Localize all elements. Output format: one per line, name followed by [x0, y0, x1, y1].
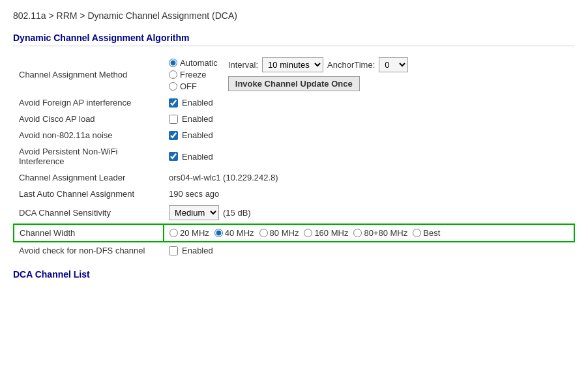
radio-40mhz[interactable]: [214, 229, 223, 237]
anchor-time-label: AnchorTime:: [327, 60, 375, 70]
avoid-non-dfs-text: Enabled: [182, 246, 213, 255]
last-auto-value: 190 secs ago: [164, 186, 574, 202]
radio-160mhz[interactable]: [304, 229, 312, 237]
avoid-noise-checkbox[interactable]: [169, 131, 178, 140]
radio-80plus80mhz[interactable]: [353, 229, 362, 237]
avoid-noise-text: Enabled: [182, 130, 213, 140]
label-80mhz: 80 MHz: [270, 228, 299, 238]
label-160mhz: 160 MHz: [314, 228, 348, 238]
radio-freeze[interactable]: [169, 70, 177, 79]
avoid-foreign-ap-text: Enabled: [182, 98, 213, 108]
label-best: Best: [423, 228, 440, 238]
channel-leader-value: ors04-wl-wlc1 (10.229.242.8): [164, 169, 574, 186]
avoid-foreign-ap-label: Avoid Foreign AP interference: [14, 94, 164, 111]
label-freeze: Freeze: [180, 70, 206, 80]
dca-sensitivity-select[interactable]: Low Medium High: [169, 205, 219, 220]
radio-20mhz[interactable]: [169, 229, 178, 237]
channel-leader-label: Channel Assignment Leader: [14, 169, 164, 186]
avoid-non-dfs-label: Avoid check for non-DFS channel: [14, 242, 164, 259]
radio-80mhz[interactable]: [259, 229, 268, 237]
avoid-noise-label: Avoid non-802.11a noise: [14, 127, 164, 143]
dca-sensitivity-label: DCA Channel Sensitivity: [14, 202, 164, 224]
label-20mhz: 20 MHz: [180, 228, 209, 238]
avoid-non-dfs-checkbox[interactable]: [169, 246, 178, 255]
avoid-persistent-checkbox[interactable]: [169, 152, 178, 161]
radio-automatic[interactable]: [169, 59, 177, 67]
avoid-cisco-ap-label: Avoid Cisco AP load: [14, 111, 164, 127]
label-off: OFF: [180, 81, 197, 91]
channel-assignment-method-label: Channel Assignment Method: [14, 54, 164, 94]
interval-select[interactable]: 10 minutes 5 minutes 30 minutes 1 hour: [262, 57, 323, 72]
radio-best[interactable]: [413, 229, 421, 237]
invoke-channel-update-button[interactable]: Invoke Channel Update Once: [228, 76, 360, 91]
dca-channel-list-title: DCA Channel List: [13, 269, 575, 280]
label-40mhz: 40 MHz: [225, 228, 254, 238]
label-automatic: Automatic: [180, 58, 218, 68]
anchor-time-select[interactable]: 0123 4567 891011: [379, 57, 408, 72]
avoid-persistent-label: Avoid Persistent Non-WiFi Interference: [14, 143, 164, 169]
radio-off[interactable]: [169, 82, 177, 91]
avoid-cisco-ap-checkbox[interactable]: [169, 115, 178, 124]
avoid-cisco-ap-text: Enabled: [182, 114, 213, 124]
last-auto-label: Last Auto Channel Assignment: [14, 186, 164, 202]
section-title: Dynamic Channel Assignment Algorithm: [13, 33, 575, 46]
avoid-foreign-ap-checkbox[interactable]: [169, 98, 178, 108]
breadcrumb: 802.11a > RRM > Dynamic Channel Assignme…: [13, 10, 575, 21]
label-80plus80mhz: 80+80 MHz: [364, 228, 407, 238]
channel-width-label: Channel Width: [14, 224, 164, 242]
avoid-persistent-text: Enabled: [182, 152, 213, 162]
interval-label: Interval:: [228, 60, 258, 70]
dca-sensitivity-note: (15 dB): [223, 208, 251, 218]
